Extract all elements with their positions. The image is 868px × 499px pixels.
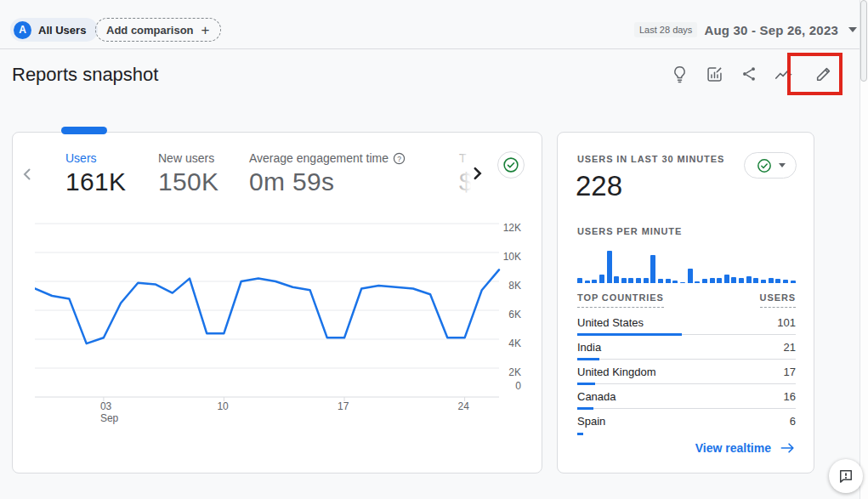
- per-minute-bar: [717, 278, 722, 283]
- users-line-chart: [35, 218, 501, 404]
- country-name: United Kingdom: [577, 366, 656, 378]
- metric-value: 150K: [158, 167, 218, 196]
- country-row: United States101: [577, 310, 796, 335]
- add-comparison-button[interactable]: Add comparison +: [95, 18, 221, 42]
- x-tick-label: 10: [217, 400, 228, 412]
- per-minute-bar: [585, 281, 590, 283]
- per-minute-bar: [710, 278, 715, 283]
- y-tick-label: 8K: [499, 280, 521, 292]
- caret-down-icon: [779, 163, 786, 167]
- metric-value: 161K: [65, 167, 126, 196]
- metric-label: Average engagement time?: [249, 151, 406, 165]
- date-range-value: Aug 30 - Sep 26, 2023: [704, 23, 838, 37]
- country-name: Spain: [577, 415, 605, 428]
- x-tick-label: 17: [338, 400, 349, 412]
- scrollbar-track[interactable]: [859, 0, 868, 499]
- per-minute-bar: [753, 278, 758, 283]
- per-minute-bar: [680, 282, 685, 284]
- top-countries-header: TOP COUNTRIES: [577, 292, 664, 308]
- plus-icon: +: [201, 23, 210, 37]
- per-minute-bar: [791, 281, 796, 283]
- per-minute-bar: [769, 278, 774, 283]
- per-minute-bar: [783, 280, 788, 283]
- edit-pencil-icon[interactable]: [808, 63, 840, 85]
- all-users-label: All Users: [38, 24, 86, 37]
- svg-text:?: ?: [397, 154, 401, 162]
- per-minute-bar: [731, 277, 736, 283]
- country-row: Canada16: [577, 384, 796, 409]
- date-range-picker[interactable]: Last 28 days Aug 30 - Sep 26, 2023: [634, 22, 857, 37]
- view-realtime-label: View realtime: [695, 441, 771, 455]
- view-realtime-link[interactable]: View realtime: [577, 441, 796, 455]
- metric-tab-new-users[interactable]: New users150K: [158, 151, 218, 196]
- countries-table: United States101India21United Kingdom17C…: [577, 310, 796, 434]
- help-icon[interactable]: ?: [393, 152, 406, 165]
- topbar-divider: [0, 48, 859, 49]
- country-users-count: 6: [790, 415, 796, 428]
- caret-down-icon: [848, 27, 857, 32]
- scrollbar-thumb[interactable]: [860, 0, 867, 82]
- customize-report-icon[interactable]: [703, 63, 725, 85]
- per-minute-bar: [688, 269, 693, 283]
- y-tick-label: 6K: [499, 309, 521, 320]
- share-icon[interactable]: [738, 63, 760, 85]
- feedback-bubble-icon: [837, 468, 854, 485]
- per-minute-bar: [702, 279, 707, 283]
- per-minute-bar: [761, 280, 766, 283]
- per-minute-bar: [621, 278, 627, 283]
- country-row: India21: [577, 335, 796, 360]
- y-tick-label: 12K: [499, 222, 521, 234]
- check-circle-icon: [502, 156, 520, 174]
- per-minute-bar: [672, 281, 678, 283]
- insights-bulb-icon[interactable]: [668, 63, 690, 85]
- country-row: United Kingdom17: [577, 360, 796, 384]
- y-tick-label: 10K: [499, 251, 521, 263]
- per-minute-bar: [666, 279, 671, 283]
- per-minute-bar: [614, 276, 619, 283]
- avatar: A: [14, 21, 31, 39]
- metric-tab-users[interactable]: Users161K: [65, 151, 126, 196]
- per-minute-bar: [644, 278, 649, 283]
- metric-tab-average-engagement-time[interactable]: Average engagement time?0m 59s: [249, 151, 406, 196]
- country-users-count: 16: [784, 390, 796, 403]
- per-minute-bar: [658, 279, 663, 283]
- x-tick-label: 24: [458, 400, 469, 412]
- header-actions: [668, 63, 840, 85]
- metrics-scroll-right-button[interactable]: [467, 162, 487, 185]
- overview-card: Users161KNew users150KAverage engagement…: [12, 132, 542, 473]
- country-users-count: 101: [777, 316, 796, 329]
- per-minute-bar: [592, 280, 597, 283]
- y-tick-label: 2K: [499, 366, 521, 378]
- metrics-scroll-left-button[interactable]: [18, 163, 37, 185]
- metric-label: New users: [158, 151, 218, 165]
- country-bar: [577, 433, 583, 435]
- users-per-minute-bar-chart: [577, 248, 796, 283]
- metric-value: 0m 59s: [249, 167, 406, 196]
- country-users-count: 21: [784, 341, 796, 354]
- arrow-right-icon: [780, 441, 796, 455]
- country-name: Canada: [577, 390, 616, 403]
- y-tick-label: 4K: [499, 337, 521, 349]
- per-minute-bar: [739, 278, 744, 283]
- per-minute-bar: [695, 281, 700, 283]
- users-per-minute-label: USERS PER MINUTE: [577, 226, 682, 236]
- per-minute-bar: [577, 278, 582, 283]
- view-insights-icon[interactable]: [773, 63, 795, 85]
- users-30min-value: 228: [576, 170, 622, 202]
- y-tick-label: 0: [499, 380, 521, 392]
- page-title: Reports snapshot: [12, 64, 158, 86]
- country-name: India: [577, 341, 601, 354]
- active-metric-tab-indicator: [61, 127, 107, 134]
- country-name: United States: [577, 316, 644, 329]
- countries-table-header: TOP COUNTRIES USERS: [577, 292, 796, 308]
- per-minute-bar: [746, 276, 752, 283]
- all-users-chip[interactable]: A All Users: [10, 18, 98, 42]
- realtime-quality-dropdown[interactable]: [744, 152, 797, 179]
- per-minute-bar: [636, 278, 641, 283]
- users-header: USERS: [760, 292, 796, 308]
- realtime-card: USERS IN LAST 30 MINUTES 228 USERS PER M…: [557, 132, 814, 473]
- per-minute-bar: [607, 251, 612, 283]
- add-comparison-label: Add comparison: [106, 24, 194, 37]
- feedback-button[interactable]: [829, 459, 863, 493]
- data-quality-badge[interactable]: [497, 151, 525, 179]
